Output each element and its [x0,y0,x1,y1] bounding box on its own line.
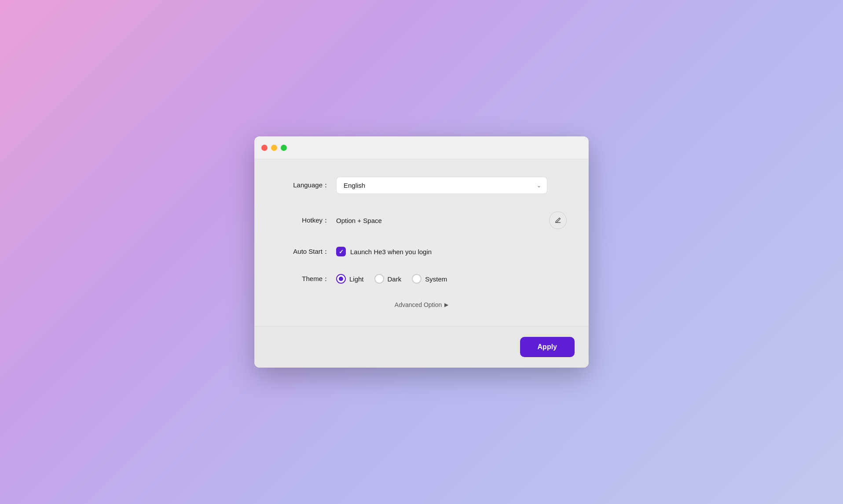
theme-dark-option[interactable]: Dark [374,274,402,284]
autostart-checkbox[interactable]: ✓ [336,247,346,256]
theme-system-label: System [425,275,447,283]
theme-system-option[interactable]: System [412,274,447,284]
minimize-button[interactable] [271,145,277,151]
autostart-label: Auto Start： [276,248,329,256]
autostart-row: Auto Start： ✓ Launch He3 when you login [276,247,567,256]
theme-system-radio[interactable] [412,274,422,284]
content-area: Language： English Chinese Japanese Korea… [254,159,589,326]
advanced-label: Advanced Option [395,301,442,308]
maximize-button[interactable] [281,145,287,151]
traffic-lights [261,145,287,151]
footer-area: Apply [254,326,589,368]
hotkey-row: Hotkey： Option + Space [276,212,567,229]
chevron-right-icon: ▶ [444,302,448,308]
autostart-checkbox-wrapper[interactable]: ✓ Launch He3 when you login [336,247,432,256]
theme-label: Theme： [276,275,329,283]
autostart-checkbox-label: Launch He3 when you login [350,248,432,256]
settings-window: Language： English Chinese Japanese Korea… [254,136,589,368]
theme-light-option[interactable]: Light [336,274,364,284]
hotkey-label: Hotkey： [276,216,329,225]
edit-icon [554,217,561,224]
theme-light-label: Light [349,275,364,283]
language-select-wrapper: English Chinese Japanese Korean French G… [336,177,547,194]
advanced-row[interactable]: Advanced Option ▶ [276,301,567,308]
theme-dark-radio[interactable] [374,274,384,284]
titlebar [254,136,589,159]
close-button[interactable] [261,145,268,151]
hotkey-value: Option + Space [336,217,549,224]
theme-light-radio[interactable] [336,274,346,284]
language-select[interactable]: English Chinese Japanese Korean French G… [336,177,547,194]
hotkey-edit-button[interactable] [549,212,567,229]
theme-radio-group: Light Dark System [336,274,447,284]
theme-dark-label: Dark [388,275,402,283]
theme-row: Theme： Light Dark System [276,274,567,284]
language-label: Language： [276,181,329,190]
apply-button[interactable]: Apply [520,337,575,357]
language-row: Language： English Chinese Japanese Korea… [276,177,567,194]
checkmark-icon: ✓ [339,248,344,255]
